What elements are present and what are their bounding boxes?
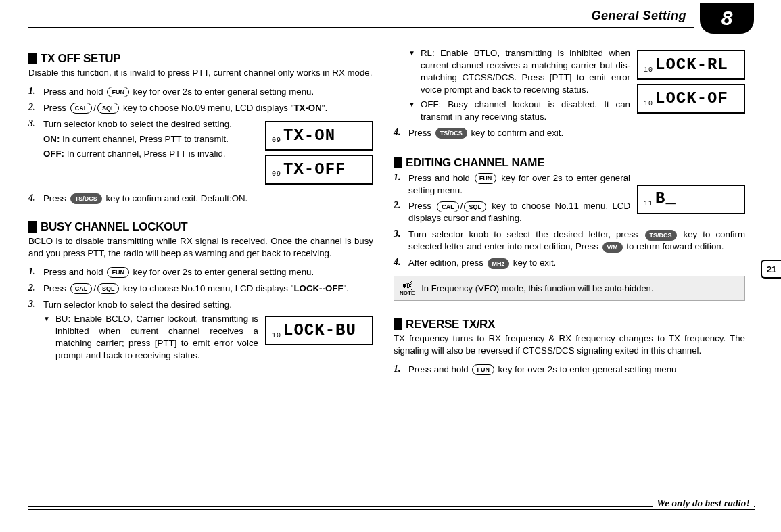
lcd-index: 10	[644, 66, 653, 79]
text: Turn selector knob to select the desired…	[43, 119, 232, 129]
footer-rule	[28, 509, 755, 510]
lcd-text: LOCK-RL	[655, 54, 728, 76]
cal-key-icon: CAL	[437, 201, 459, 212]
bold-text: TX-ON	[293, 103, 321, 113]
tsdcs-key-icon: TS/DCS	[645, 230, 677, 241]
sql-key-icon: SQL	[97, 103, 120, 114]
text: Press	[43, 103, 69, 113]
bold-text: ON:	[43, 134, 60, 144]
heading-marker-icon	[28, 221, 37, 233]
sql-key-icon: SQL	[97, 283, 120, 294]
lcd-display: 09TX-ON	[265, 121, 373, 151]
bold-text: OFF:	[43, 149, 64, 159]
text: Turn selector knob to select the desired…	[43, 299, 232, 310]
text: Turn selector knob to select the desired…	[408, 229, 644, 239]
text: key to confirm and exit.	[469, 128, 563, 138]
cal-key-icon: CAL	[70, 283, 93, 294]
note-text: In Frequency (VFO) mode, this function w…	[421, 283, 653, 295]
heading-text: TX OFF SETUP	[41, 53, 120, 64]
footer-rule	[28, 506, 755, 507]
lcd-index: 09	[272, 136, 281, 149]
text: key for over 2s to enter general setting…	[131, 87, 314, 97]
step-item: 2. Press CAL/SQL key to choose No.09 men…	[28, 102, 373, 114]
note-box: 🕬 NOTE In Frequency (VFO) mode, this fun…	[394, 276, 745, 301]
lcd-text: LOCK-BU	[283, 320, 356, 341]
heading-text: REVERSE TX/RX	[406, 318, 495, 330]
lcd-index: 10	[272, 331, 281, 345]
lcd-index: 09	[272, 170, 281, 183]
text: key to confirm and exit. Default:ON.	[103, 193, 248, 203]
text: to return forward edition.	[624, 241, 724, 251]
step-item: 4. Press TS/DCS key to confirm and exit.…	[28, 193, 373, 205]
chapter-tab: 8	[700, 3, 754, 34]
bclo-step4: 4. Press TS/DCS key to confirm and exit.	[394, 127, 745, 139]
text: ".	[344, 283, 349, 293]
left-column: TX OFF SETUP Disable this function, it i…	[28, 43, 373, 503]
text: Press	[408, 128, 434, 138]
step-item: 3. Turn selector knob to select the desi…	[394, 228, 745, 253]
tsdcs-key-icon: TS/DCS	[70, 193, 102, 204]
step-item: 4. Press TS/DCS key to confirm and exit.	[394, 127, 745, 139]
header-category: General Setting	[591, 9, 686, 22]
heading-marker-icon	[28, 53, 37, 64]
text: key to choose No.10 menu, LCD displays "	[120, 283, 293, 293]
right-column: 10LOCK-RL 10LOCK-OF RL: Enable BTLO, tra…	[394, 43, 745, 503]
note-icon: 🕬 NOTE	[400, 281, 415, 296]
fun-key-icon: FUN	[472, 364, 494, 375]
fun-key-icon: FUN	[107, 267, 129, 278]
bclo-options: 10LOCK-BU BU: Enable BCLO, Carrier locko…	[43, 313, 373, 362]
step-item: 1. Press and hold FUN key for over 2s to…	[28, 86, 373, 98]
step-item: 3. 09TX-ON 09TX-OFF Turn selector knob t…	[28, 118, 373, 189]
text: In current channel, Press PTT is invalid…	[64, 149, 225, 159]
heading-marker-icon	[394, 157, 402, 168]
step-item: 1. Press and hold FUN key for over 2s to…	[28, 266, 373, 279]
text: Press and hold	[408, 173, 473, 183]
section-bclo-heading: BUSY CHANNEL LOCKOUT	[28, 221, 373, 233]
lcd-text: TX-OFF	[283, 159, 346, 180]
section-edit-name-heading: EDITING CHANNEL NAME	[394, 157, 745, 168]
vm-key-icon: V/M	[602, 242, 623, 253]
page-number-side-tab: 21	[761, 260, 781, 279]
tx-off-steps: 1. Press and hold FUN key for over 2s to…	[28, 86, 373, 205]
step-item: 1. 11B_ Press and hold FUN key for over …	[394, 172, 745, 197]
option-rl: 10LOCK-RL 10LOCK-OF RL: Enable BTLO, tra…	[408, 47, 745, 96]
chapter-number: 8	[721, 3, 733, 34]
step-item: 3. Turn selector knob to select the desi…	[28, 299, 373, 362]
footer: We only do best radio!	[28, 498, 755, 518]
text: RL: Enable BTLO, transmitting is inhibit…	[421, 48, 630, 95]
heading-marker-icon	[394, 318, 402, 330]
mhz-key-icon: MHz	[488, 258, 510, 269]
text: BU: Enable BCLO, Carrier lockout, transm…	[55, 314, 258, 360]
fun-key-icon: FUN	[475, 173, 497, 184]
bclo-steps: 1. Press and hold FUN key for over 2s to…	[28, 266, 373, 362]
fun-key-icon: FUN	[107, 87, 129, 97]
text: key to choose No.09 menu, LCD displays "	[120, 103, 293, 113]
text: After edition, press	[408, 258, 486, 268]
text: Press and hold	[43, 87, 105, 97]
step-item: 1. Press and hold FUN key for over 2s to…	[394, 364, 745, 376]
text: In current channel, Press PTT to transmi…	[60, 134, 229, 144]
step-item: 4. After edition, press MHz key to exit.	[394, 257, 745, 269]
lcd-text: TX-ON	[283, 125, 335, 147]
text: Press and hold	[43, 267, 105, 277]
tsdcs-key-icon: TS/DCS	[435, 128, 467, 139]
edit-name-steps: 1. 11B_ Press and hold FUN key for over …	[394, 172, 745, 270]
note-label: NOTE	[400, 291, 415, 296]
text: Press	[43, 193, 69, 203]
text: key for over 2s to enter general setting…	[496, 364, 677, 374]
bold-text: LOCK--OFF	[293, 283, 343, 293]
text: OFF: Busy channel lockout is disabled. I…	[421, 99, 630, 122]
bclo-options-continued: 10LOCK-RL 10LOCK-OF RL: Enable BTLO, tra…	[408, 47, 745, 123]
sql-key-icon: SQL	[464, 201, 486, 212]
cal-key-icon: CAL	[70, 103, 93, 114]
text: key for over 2s to enter general setting…	[131, 267, 314, 277]
tx-off-intro: Disable this function, it is invalid to …	[28, 67, 373, 79]
text: Press	[408, 201, 435, 211]
lcd-display: 10LOCK-RL	[637, 50, 745, 80]
text: Press	[43, 283, 69, 293]
text: Press and hold	[408, 364, 471, 374]
speaker-icon: 🕬	[400, 281, 415, 291]
page: General Setting 8 21 TX OFF SETUP Disabl…	[0, 0, 781, 532]
lcd-display: 10LOCK-BU	[265, 316, 373, 345]
step-item: 2. Press CAL/SQL key to choose No.10 men…	[28, 283, 373, 295]
